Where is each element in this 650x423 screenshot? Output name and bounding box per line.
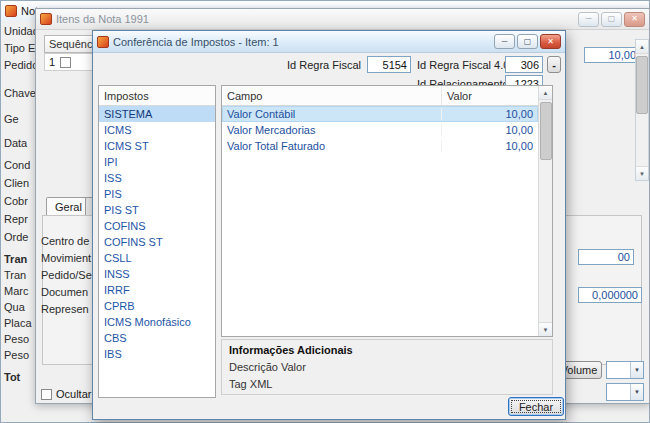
ocultar-checkbox[interactable] bbox=[41, 389, 52, 400]
combo-field-1[interactable]: ▼ bbox=[606, 361, 644, 379]
itens-window-title: Itens da Nota 1991 bbox=[56, 13, 149, 25]
app-icon bbox=[40, 13, 52, 25]
table-row[interactable]: Valor Total Faturado 10,00 bbox=[222, 138, 538, 154]
impostos-item[interactable]: SISTEMA bbox=[99, 106, 215, 122]
combo-field-2[interactable]: ▼ bbox=[606, 383, 644, 401]
nota-label: Pedido bbox=[4, 59, 38, 71]
scroll-thumb[interactable] bbox=[540, 102, 552, 160]
id-regra-fiscal-label: Id Regra Fiscal bbox=[281, 59, 361, 71]
nota-label: Peso bbox=[4, 333, 29, 345]
descricao-valor-label: Descrição Valor bbox=[229, 361, 545, 373]
conferencia-dialog: Conferência de Impostos - Item: 1 ─ ▢ ✕ … bbox=[92, 30, 566, 420]
impostos-item[interactable]: CBS bbox=[99, 330, 215, 346]
scroll-thumb[interactable] bbox=[636, 56, 648, 114]
scroll-down-icon[interactable]: ▼ bbox=[539, 322, 552, 336]
app-icon bbox=[97, 36, 109, 48]
nota-label: Tran bbox=[4, 269, 26, 281]
table-row[interactable]: Valor Contábil 10,00 bbox=[222, 106, 538, 122]
impostos-item[interactable]: COFINS ST bbox=[99, 234, 215, 250]
nota-label: Chave bbox=[4, 87, 36, 99]
detail-label: Centro de bbox=[41, 235, 89, 247]
campo-cell: Valor Mercadorias bbox=[222, 124, 442, 136]
detail-label: Movimient bbox=[41, 252, 91, 264]
dialog-title: Conferência de Impostos - Item: 1 bbox=[113, 36, 279, 48]
grid-body: Valor Contábil 10,00 Valor Mercadorias 1… bbox=[222, 106, 538, 336]
close-icon[interactable]: ✕ bbox=[624, 12, 645, 27]
row-checkbox[interactable] bbox=[60, 57, 71, 68]
peso-field[interactable]: 0,000000 bbox=[578, 287, 642, 303]
nota-label: Orde bbox=[4, 231, 28, 243]
valor-cell: 10,00 bbox=[442, 140, 538, 152]
informacoes-adicionais-panel: Informações Adicionais Descrição Valor T… bbox=[221, 339, 553, 395]
campo-cell: Valor Contábil bbox=[222, 108, 442, 120]
nota-label: Data bbox=[4, 137, 27, 149]
impostos-item[interactable]: CSLL bbox=[99, 250, 215, 266]
impostos-item[interactable]: ICMS ST bbox=[99, 138, 215, 154]
informacoes-adicionais-header: Informações Adicionais bbox=[229, 344, 545, 356]
detail-label: Represen bbox=[41, 303, 89, 315]
id-regra-fiscal-40-field[interactable]: 306 bbox=[505, 56, 543, 73]
impostos-item[interactable]: ICMS Monofásico bbox=[99, 314, 215, 330]
id-regra-fiscal-field[interactable]: 5154 bbox=[367, 56, 411, 73]
impostos-column-header[interactable]: Impostos bbox=[99, 86, 215, 106]
maximize-icon[interactable]: ▢ bbox=[601, 12, 622, 27]
dropdown-icon[interactable]: ▼ bbox=[630, 384, 643, 400]
scroll-down-icon[interactable]: ▼ bbox=[636, 166, 648, 180]
campo-valor-grid: Campo Valor Valor Contábil 10,00 Valor M… bbox=[221, 85, 553, 337]
detail-label: Pedido/Se bbox=[41, 269, 92, 281]
nota-label: Qua bbox=[4, 301, 25, 313]
table-row[interactable]: Valor Mercadorias 10,00 bbox=[222, 122, 538, 138]
impostos-item[interactable]: CPRB bbox=[99, 298, 215, 314]
minus-button[interactable]: - bbox=[547, 56, 561, 73]
nota-label: Tran bbox=[4, 253, 27, 265]
campo-column-header[interactable]: Campo bbox=[222, 86, 442, 105]
nota-label: Cobr bbox=[4, 195, 28, 207]
nota-label: Ge bbox=[4, 113, 19, 125]
scroll-up-icon[interactable]: ▲ bbox=[636, 40, 648, 54]
dropdown-icon[interactable]: ▼ bbox=[630, 362, 643, 378]
impostos-list: Impostos SISTEMA ICMS ICMS ST IPI ISS PI… bbox=[98, 85, 216, 398]
maximize-icon[interactable]: ▢ bbox=[517, 34, 538, 49]
nota-label: Tot bbox=[4, 371, 20, 383]
valor-cell: 10,00 bbox=[442, 108, 538, 120]
impostos-item[interactable]: COFINS bbox=[99, 218, 215, 234]
sequencia-value: 1 bbox=[49, 56, 55, 68]
minimize-icon[interactable]: ─ bbox=[494, 34, 515, 49]
nota-label: Repr bbox=[4, 213, 28, 225]
impostos-item[interactable]: PIS bbox=[99, 186, 215, 202]
nota-label: Unidad bbox=[4, 25, 39, 37]
nota-label: Placa bbox=[4, 317, 32, 329]
close-icon[interactable]: ✕ bbox=[540, 34, 561, 49]
id-regra-fiscal-40-label: Id Regra Fiscal 4.0 bbox=[417, 59, 501, 71]
detail-label: Documen bbox=[41, 286, 88, 298]
dialog-titlebar[interactable]: Conferência de Impostos - Item: 1 ─ ▢ ✕ bbox=[93, 31, 565, 53]
itens-titlebar[interactable]: Itens da Nota 1991 ─ ▢ ✕ bbox=[36, 9, 649, 30]
impostos-item[interactable]: ICMS bbox=[99, 122, 215, 138]
grid-header: Campo Valor bbox=[222, 86, 538, 106]
minimize-icon[interactable]: ─ bbox=[578, 12, 599, 27]
app-icon bbox=[5, 5, 17, 17]
nota-label: Clien bbox=[4, 177, 29, 189]
nota-label: Marc bbox=[4, 285, 28, 297]
valor-field[interactable]: 10,00 bbox=[584, 47, 640, 63]
fechar-button[interactable]: Fechar bbox=[508, 397, 564, 416]
screen: Nota ─ ▢ ✕ Unidad Tipo Em Pedido Chave G… bbox=[0, 0, 650, 423]
quantidade-field[interactable]: 00 bbox=[578, 249, 634, 265]
impostos-item[interactable]: IRRF bbox=[99, 282, 215, 298]
valor-column-header[interactable]: Valor bbox=[442, 86, 538, 105]
nota-label: Cond bbox=[4, 159, 30, 171]
itens-scrollbar[interactable]: ▲ ▼ bbox=[635, 39, 649, 181]
impostos-item[interactable]: PIS ST bbox=[99, 202, 215, 218]
nota-label: Peso bbox=[4, 349, 29, 361]
impostos-item[interactable]: INSS bbox=[99, 266, 215, 282]
impostos-item[interactable]: IBS bbox=[99, 346, 215, 362]
impostos-item[interactable]: ISS bbox=[99, 170, 215, 186]
scroll-up-icon[interactable]: ▲ bbox=[539, 86, 552, 100]
impostos-item[interactable]: IPI bbox=[99, 154, 215, 170]
tag-xml-label: Tag XML bbox=[229, 378, 545, 390]
grid-scrollbar[interactable]: ▲ ▼ bbox=[538, 86, 552, 336]
campo-cell: Valor Total Faturado bbox=[222, 140, 442, 152]
valor-cell: 10,00 bbox=[442, 124, 538, 136]
